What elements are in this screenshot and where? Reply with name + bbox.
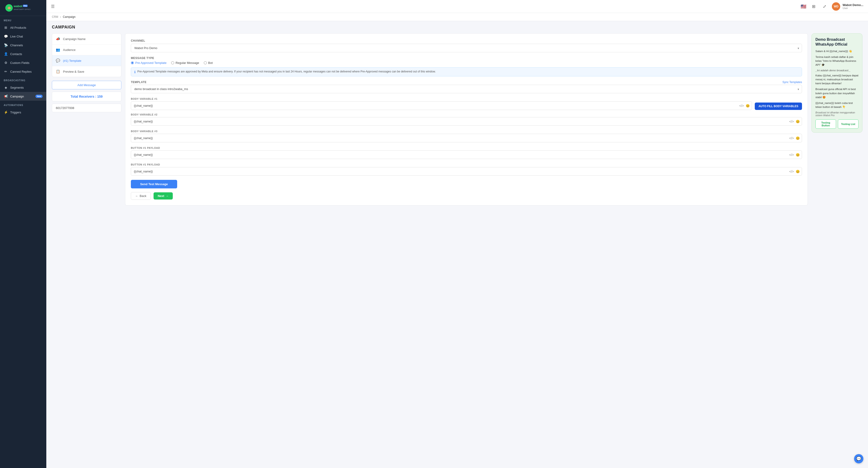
channel-select-wrapper: Wabot Pro Demo <box>131 44 802 52</box>
body-var-1-field: BODY VARIABLE #1 </> 😊 <box>131 97 752 110</box>
preview-panel: Demo Broadcast WhatsApp Official Salam &… <box>811 33 863 205</box>
chat-support-button[interactable]: 💬 <box>854 454 863 463</box>
channel-label: Channel <box>131 39 802 42</box>
code-icon-2[interactable]: </> <box>789 120 794 123</box>
back-button[interactable]: ← Back <box>131 192 151 200</box>
sidebar-item-label: Triggers <box>10 111 21 114</box>
step-audience[interactable]: 👥 Audience <box>52 44 121 55</box>
radio-bot[interactable]: Bot <box>204 61 213 65</box>
next-button[interactable]: Next → <box>154 192 173 200</box>
sidebar-item-label: Contacts <box>10 52 22 56</box>
sidebar-item-campaign[interactable]: 📢 Campaign New <box>0 92 46 101</box>
content-body: 📣 Campaign Name 👥 Audience 💬 (#1) Templa… <box>46 33 868 211</box>
svg-text:WHATSAPP OFFICIAL API: WHATSAPP OFFICIAL API <box>14 8 30 10</box>
code-icon-5[interactable]: </> <box>789 170 794 173</box>
sidebar-item-contacts[interactable]: 👤 Contacts <box>0 49 46 58</box>
channel-select[interactable]: Wabot Pro Demo <box>131 44 802 52</box>
template-select-wrapper: demo broadcast in class intro2waba_ms <box>131 85 802 93</box>
preview-msg-1: Terima kasih sebab daftar & join kelas "… <box>815 55 859 67</box>
step-preview-save[interactable]: 📋 Preview & Save <box>52 66 121 77</box>
menu-section-label: MENU <box>0 16 46 23</box>
content-area: CAMPAIGN 📣 Campaign Name 👥 Audience 💬 <box>46 21 868 468</box>
template-label: Template <box>131 80 147 84</box>
step-campaign-name[interactable]: 📣 Campaign Name <box>52 34 121 44</box>
btn-payload-1-wrapper: </> 😊 <box>131 151 802 159</box>
info-icon: ℹ <box>134 70 135 74</box>
sidebar: 🐵 wabot WHATSAPP OFFICIAL API PRO MENU ⊞… <box>0 0 46 468</box>
sidebar-item-live-chat[interactable]: 💬 Live Chat <box>0 32 46 41</box>
menu-toggle-icon[interactable]: ☰ <box>51 4 55 9</box>
code-icon-3[interactable]: </> <box>789 136 794 140</box>
info-text: Pre-Approved Template messages are appro… <box>137 70 436 74</box>
emoji-icon-1[interactable]: 😊 <box>746 104 750 108</box>
sidebar-item-segments[interactable]: ◈ Segments <box>0 83 46 92</box>
breadcrumb-parent[interactable]: CRM <box>52 15 58 19</box>
user-icon: 👤 <box>4 52 8 56</box>
chat-support-icon: 💬 <box>856 456 861 461</box>
step-label: Preview & Save <box>63 70 84 73</box>
user-menu[interactable]: WD Wabot Demo... User <box>832 2 863 11</box>
sidebar-item-label: Segments <box>10 86 24 89</box>
language-flag[interactable]: 🇺🇸 <box>801 4 806 9</box>
preview-btn-1[interactable]: Testing Button <box>815 120 836 129</box>
emoji-icon-5[interactable]: 😊 <box>796 170 800 173</box>
emoji-icon-2[interactable]: 😊 <box>796 120 800 123</box>
emoji-icon-3[interactable]: 😊 <box>796 136 800 140</box>
sync-templates-button[interactable]: Sync Templates <box>782 80 802 84</box>
btn-payload-2-wrapper: </> 😊 <box>131 167 802 176</box>
left-panel: 📣 Campaign Name 👥 Audience 💬 (#1) Templa… <box>52 33 121 205</box>
send-test-button[interactable]: Send Test Message <box>131 180 177 189</box>
preview-btn-2[interactable]: Testing List <box>838 120 859 129</box>
preview-msg-6: Broadcast ini dihantar menggunakan siste… <box>815 111 859 116</box>
fullscreen-icon[interactable]: ⤢ <box>823 4 826 9</box>
radio-pre-approved[interactable]: Pre Approved Template <box>131 61 166 65</box>
template-row: Template Sync Templates <box>131 80 802 84</box>
sidebar-item-channels[interactable]: 📡 Channels <box>0 41 46 49</box>
apps-grid-icon[interactable]: ⊞ <box>812 4 815 9</box>
code-icon-1[interactable]: </> <box>739 104 744 108</box>
template-select[interactable]: demo broadcast in class intro2waba_ms <box>131 85 802 93</box>
phone-number: 60172077008 <box>56 106 74 110</box>
chat-icon: 💬 <box>4 34 8 38</box>
code-icon-4[interactable]: </> <box>789 153 794 157</box>
sidebar-item-custom-fields[interactable]: ⚙ Custom Fields <box>0 58 46 67</box>
body-var-1-input[interactable] <box>131 101 752 110</box>
receivers-count: Total Receivers : 159 <box>71 95 102 98</box>
body-var-1-row: BODY VARIABLE #1 </> 😊 AUTO FILL BODY VA… <box>131 97 802 110</box>
fields-icon: ⚙ <box>4 61 8 65</box>
breadcrumb-separator: › <box>60 15 61 19</box>
body-var-1-input-wrapper: </> 😊 <box>131 101 752 110</box>
preview-buttons: Testing Button Testing List <box>815 120 859 129</box>
add-message-button[interactable]: Add Message <box>52 81 121 89</box>
message-type-label: Message Type <box>131 57 802 60</box>
preview-phone: Demo Broadcast WhatsApp Official Salam &… <box>811 33 863 133</box>
sidebar-item-triggers[interactable]: ⚡ Triggers <box>0 108 46 116</box>
body-var-3-input[interactable] <box>131 134 802 142</box>
step-template[interactable]: 💬 (#1) Template <box>52 55 121 66</box>
broadcasting-section-label: BROADCASTING <box>0 76 46 83</box>
sidebar-item-label: Custom Fields <box>10 61 29 65</box>
page-header: CAMPAIGN <box>46 21 868 33</box>
preview-msg-0: Salam & Hi {{{chat_name}}} 👋 <box>815 49 859 53</box>
username: Wabot Demo... <box>842 3 863 7</box>
campaign-badge: New <box>35 95 42 98</box>
message-type-options: Pre Approved Template Regular Message Bo… <box>131 61 802 65</box>
breadcrumb: CRM › Campaign <box>46 13 868 21</box>
emoji-icon-4[interactable]: 😊 <box>796 153 800 157</box>
step-audience-icon: 👥 <box>56 48 60 52</box>
logo-area: 🐵 wabot WHATSAPP OFFICIAL API PRO <box>0 0 46 16</box>
body-var-2-input[interactable] <box>131 117 802 126</box>
trigger-icon: ⚡ <box>4 110 8 114</box>
step-label: (#1) Template <box>63 59 81 63</box>
sidebar-item-canned-replies[interactable]: ✏ Canned Replies <box>0 67 46 76</box>
auto-fill-button[interactable]: AUTO FILL BODY VARIABLES <box>755 103 802 110</box>
btn-payload-1-input[interactable] <box>131 151 802 159</box>
radio-regular[interactable]: Regular Message <box>171 61 199 65</box>
steps-nav: 📣 Campaign Name 👥 Audience 💬 (#1) Templa… <box>52 33 121 77</box>
btn-payload-1-group: BUTTON #1 PAYLOAD </> 😊 <box>131 146 802 159</box>
btn-payload-2-input[interactable] <box>131 167 802 176</box>
nav-buttons: ← Back Next → <box>131 192 802 200</box>
preview-msg-3: Kalau {{{chat_name}}} berjaya dapat mese… <box>815 74 859 86</box>
sidebar-item-all-products[interactable]: ⊞ All Products <box>0 23 46 32</box>
svg-text:PRO: PRO <box>23 5 27 7</box>
